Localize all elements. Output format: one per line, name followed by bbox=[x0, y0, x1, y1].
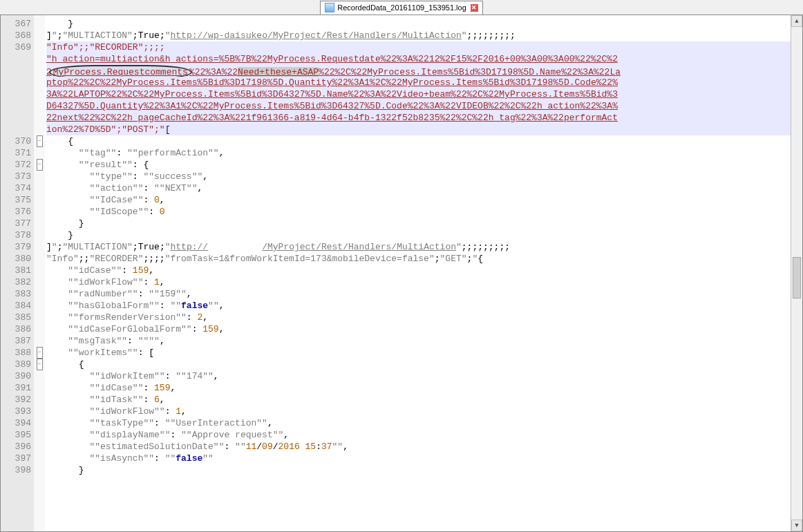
fold-toggle-icon[interactable]: − bbox=[37, 359, 43, 370]
highlighted-wrapped-line: "Info";;"RECORDER";;;;"h_action=multiact… bbox=[46, 41, 801, 135]
code-token: ; bbox=[154, 124, 160, 135]
code-token: : bbox=[143, 395, 154, 405]
code-token: { bbox=[46, 359, 84, 370]
scroll-thumb[interactable] bbox=[793, 257, 801, 298]
code-token: ""idCase"" bbox=[68, 265, 122, 276]
code-line: { bbox=[46, 359, 801, 370]
code-line: ""msgTask"": """", bbox=[46, 335, 801, 347]
fold-marker-blank bbox=[34, 65, 45, 77]
code-token: ""taskType"" bbox=[89, 418, 154, 428]
scroll-up-button[interactable]: ▲ bbox=[791, 15, 802, 27]
code-token: ""idCaseForGlobalForm"" bbox=[68, 324, 191, 334]
code-token: ""NEXT"" bbox=[154, 183, 197, 193]
fold-toggle-icon[interactable]: − bbox=[37, 347, 43, 359]
code-token: ""UserInteraction"" bbox=[165, 418, 267, 428]
code-token: , bbox=[160, 195, 165, 205]
line-number: 387 bbox=[1, 335, 31, 347]
line-number: 397 bbox=[1, 453, 31, 464]
code-token: 159 bbox=[202, 324, 218, 334]
fold-marker bbox=[34, 265, 45, 276]
code-line: ""taskType"": ""UserInteraction"", bbox=[46, 417, 801, 429]
code-token: " bbox=[52, 30, 57, 41]
fold-marker-blank bbox=[34, 124, 45, 135]
code-token bbox=[46, 395, 89, 405]
code-token: 1 bbox=[154, 277, 160, 287]
code-token: , bbox=[170, 383, 176, 393]
fold-marker bbox=[34, 288, 45, 300]
code-token: 6 bbox=[154, 395, 160, 405]
line-number: 371 bbox=[1, 147, 31, 159]
code-token bbox=[46, 430, 89, 440]
code-line: "Info";;"RECORDER";;;; bbox=[46, 41, 801, 53]
code-token: : bbox=[165, 406, 176, 417]
file-tab[interactable]: RecordedData_20161109_153951.log ✕ bbox=[320, 1, 483, 15]
code-token: , bbox=[219, 324, 225, 334]
code-line: 22next%22%2C%22h_pageCacheId%22%3A%221f9… bbox=[46, 112, 801, 124]
code-token bbox=[46, 312, 68, 323]
line-number: 382 bbox=[1, 276, 31, 288]
code-token: 09 bbox=[262, 441, 273, 452]
fold-marker bbox=[34, 429, 45, 441]
fold-toggle-icon[interactable]: − bbox=[37, 159, 43, 171]
code-area[interactable]: }]";"MULTIACTION";True;"http://wp-daisuk… bbox=[45, 15, 802, 531]
line-number: 393 bbox=[1, 406, 31, 417]
code-token: ; bbox=[160, 30, 165, 41]
code-token: http://wp-daisukeo/MyProject/Rest/Handle… bbox=[171, 30, 462, 41]
fold-marker bbox=[34, 453, 45, 464]
fold-marker bbox=[34, 335, 45, 347]
code-token: : bbox=[149, 207, 160, 217]
code-token bbox=[46, 171, 89, 182]
code-line: ""formsRenderVersion"": 2, bbox=[46, 312, 801, 323]
fold-marker bbox=[34, 312, 45, 323]
code-token: " bbox=[462, 30, 467, 41]
code-token: ""performAction"" bbox=[127, 148, 219, 158]
code-token: "fromTask=1&fromWorkItemId=173&mobileDev… bbox=[165, 254, 435, 264]
code-token: ""result"" bbox=[79, 160, 133, 170]
vertical-scrollbar[interactable]: ▲ ▼ bbox=[791, 15, 802, 531]
code-token: Need+these+ASAP bbox=[238, 67, 319, 77]
code-token: ""174"" bbox=[176, 371, 214, 381]
code-token bbox=[46, 336, 68, 346]
code-token: "" bbox=[165, 453, 176, 464]
fold-marker bbox=[34, 253, 45, 265]
code-token: ; bbox=[435, 254, 440, 264]
line-number: 377 bbox=[1, 218, 31, 229]
code-line: 3A%22LAPTOP%22%2C%22MyProcess.Items%5Bid… bbox=[46, 88, 801, 100]
code-token bbox=[46, 265, 68, 276]
code-token: false bbox=[176, 453, 202, 464]
code-token: "" bbox=[208, 301, 219, 311]
code-line: ""tag"": ""performAction"", bbox=[46, 147, 801, 159]
code-token: ] bbox=[46, 242, 52, 252]
code-token: ;; bbox=[79, 254, 90, 264]
code-token: ] bbox=[46, 30, 52, 41]
code-token: : bbox=[224, 441, 235, 452]
scroll-down-button[interactable]: ▼ bbox=[791, 520, 802, 531]
line-number: 390 bbox=[1, 370, 31, 382]
line-number: 394 bbox=[1, 417, 31, 429]
code-token: 3A%22LAPTOP%22%2C%22MyProcess.Items%5Bid… bbox=[46, 89, 618, 99]
line-number: 367 bbox=[1, 18, 31, 30]
line-number-blank bbox=[1, 124, 31, 135]
code-token: "Info" bbox=[46, 42, 79, 53]
fold-marker bbox=[34, 276, 45, 288]
fold-marker bbox=[34, 441, 45, 453]
line-number: 369 bbox=[1, 41, 31, 53]
code-token: ""radNumber"" bbox=[68, 289, 138, 299]
fold-marker bbox=[34, 382, 45, 394]
code-token: : bbox=[170, 430, 181, 440]
code-token: 2016 15 bbox=[278, 441, 317, 452]
code-token bbox=[46, 324, 68, 334]
code-token bbox=[46, 207, 89, 217]
code-token: /MyProject/Rest/Handlers/MultiAction bbox=[262, 242, 456, 252]
line-number: 383 bbox=[1, 288, 31, 300]
close-icon[interactable]: ✕ bbox=[471, 4, 478, 12]
fold-toggle-icon[interactable]: − bbox=[37, 135, 43, 147]
code-token: : bbox=[122, 265, 133, 276]
code-token: ; bbox=[133, 30, 138, 41]
editor: 3673683693703713723733743753763773783793… bbox=[0, 15, 803, 532]
code-line: ""IdScope"": 0 bbox=[46, 206, 801, 218]
code-token: : bbox=[187, 312, 198, 323]
code-token: false bbox=[181, 301, 208, 311]
code-token: ""action"" bbox=[89, 183, 143, 193]
code-token: , bbox=[197, 183, 202, 193]
